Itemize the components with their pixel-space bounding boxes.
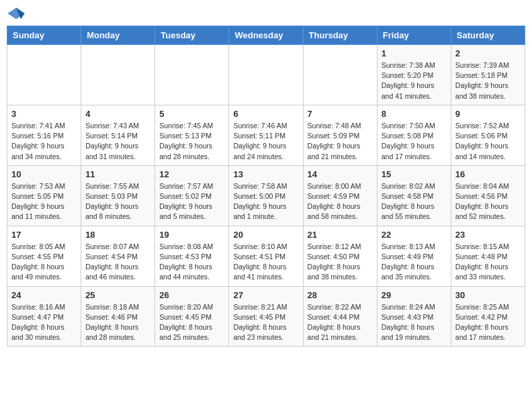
calendar-cell: 13Sunrise: 7:58 AMSunset: 5:00 PMDayligh… [229,165,303,226]
weekday-header-tuesday: Tuesday [155,26,229,45]
calendar-week-3: 17Sunrise: 8:05 AMSunset: 4:55 PMDayligh… [7,226,525,286]
calendar-cell: 2Sunrise: 7:39 AMSunset: 5:18 PMDaylight… [451,45,525,105]
logo-icon [7,7,26,20]
calendar-cell: 25Sunrise: 8:18 AMSunset: 4:46 PMDayligh… [81,286,155,347]
calendar-cell: 11Sunrise: 7:55 AMSunset: 5:03 PMDayligh… [81,165,155,226]
day-info: Sunrise: 7:57 AMSunset: 5:02 PMDaylight:… [159,181,224,222]
day-info: Sunrise: 7:38 AMSunset: 5:20 PMDaylight:… [382,60,447,101]
weekday-header-saturday: Saturday [451,26,525,45]
day-number: 6 [233,109,298,119]
day-number: 17 [11,230,77,240]
day-info: Sunrise: 8:02 AMSunset: 4:58 PMDaylight:… [382,181,447,222]
day-number: 29 [382,290,447,300]
day-number: 22 [382,230,447,240]
calendar-cell [229,45,303,105]
day-info: Sunrise: 8:18 AMSunset: 4:46 PMDaylight:… [85,302,150,343]
day-number: 18 [85,230,150,240]
calendar-cell: 19Sunrise: 8:08 AMSunset: 4:53 PMDayligh… [155,226,229,286]
weekday-header-thursday: Thursday [303,26,377,45]
day-number: 3 [11,109,77,119]
day-number: 14 [308,169,373,179]
day-info: Sunrise: 7:58 AMSunset: 5:00 PMDaylight:… [233,181,298,222]
calendar-cell: 5Sunrise: 7:45 AMSunset: 5:13 PMDaylight… [155,105,229,165]
day-info: Sunrise: 7:45 AMSunset: 5:13 PMDaylight:… [159,121,224,162]
calendar-cell: 6Sunrise: 7:46 AMSunset: 5:11 PMDaylight… [229,105,303,165]
day-number: 2 [455,48,521,58]
day-info: Sunrise: 7:41 AMSunset: 5:16 PMDaylight:… [11,121,77,162]
day-number: 16 [455,169,521,179]
calendar-cell: 4Sunrise: 7:43 AMSunset: 5:14 PMDaylight… [81,105,155,165]
day-number: 9 [455,109,521,119]
day-info: Sunrise: 8:13 AMSunset: 4:49 PMDaylight:… [382,242,447,283]
calendar-cell: 27Sunrise: 8:21 AMSunset: 4:45 PMDayligh… [229,286,303,347]
day-number: 30 [455,290,521,300]
calendar-cell: 30Sunrise: 8:25 AMSunset: 4:42 PMDayligh… [451,286,525,347]
calendar-cell: 8Sunrise: 7:50 AMSunset: 5:08 PMDaylight… [377,105,451,165]
day-info: Sunrise: 7:39 AMSunset: 5:18 PMDaylight:… [455,60,521,101]
day-info: Sunrise: 8:25 AMSunset: 4:42 PMDaylight:… [455,302,521,343]
calendar-cell [81,45,155,105]
day-number: 25 [85,290,150,300]
day-info: Sunrise: 8:21 AMSunset: 4:45 PMDaylight:… [233,302,298,343]
day-number: 8 [382,109,447,119]
day-info: Sunrise: 8:04 AMSunset: 4:56 PMDaylight:… [455,181,521,222]
day-info: Sunrise: 7:48 AMSunset: 5:09 PMDaylight:… [308,121,373,162]
calendar-cell: 26Sunrise: 8:20 AMSunset: 4:45 PMDayligh… [155,286,229,347]
calendar-cell: 1Sunrise: 7:38 AMSunset: 5:20 PMDaylight… [377,45,451,105]
calendar-table: SundayMondayTuesdayWednesdayThursdayFrid… [7,26,525,347]
calendar-cell: 20Sunrise: 8:10 AMSunset: 4:51 PMDayligh… [229,226,303,286]
day-info: Sunrise: 7:52 AMSunset: 5:06 PMDaylight:… [455,121,521,162]
calendar-cell: 15Sunrise: 8:02 AMSunset: 4:58 PMDayligh… [377,165,451,226]
calendar-cell [303,45,377,105]
day-info: Sunrise: 8:15 AMSunset: 4:48 PMDaylight:… [455,242,521,283]
day-number: 7 [308,109,373,119]
day-info: Sunrise: 8:22 AMSunset: 4:44 PMDaylight:… [308,302,373,343]
day-number: 27 [233,290,298,300]
calendar-cell: 16Sunrise: 8:04 AMSunset: 4:56 PMDayligh… [451,165,525,226]
day-number: 23 [455,230,521,240]
day-info: Sunrise: 8:00 AMSunset: 4:59 PMDaylight:… [308,181,373,222]
calendar-cell: 9Sunrise: 7:52 AMSunset: 5:06 PMDaylight… [451,105,525,165]
day-info: Sunrise: 8:10 AMSunset: 4:51 PMDaylight:… [233,242,298,283]
calendar-cell [7,45,81,105]
calendar-cell: 17Sunrise: 8:05 AMSunset: 4:55 PMDayligh… [7,226,81,286]
day-number: 19 [159,230,224,240]
calendar-cell: 22Sunrise: 8:13 AMSunset: 4:49 PMDayligh… [377,226,451,286]
day-info: Sunrise: 8:08 AMSunset: 4:53 PMDaylight:… [159,242,224,283]
day-number: 1 [382,48,447,58]
day-number: 4 [85,109,150,119]
weekday-header-sunday: Sunday [7,26,81,45]
day-number: 13 [233,169,298,179]
calendar-cell: 18Sunrise: 8:07 AMSunset: 4:54 PMDayligh… [81,226,155,286]
day-number: 12 [159,169,224,179]
day-number: 28 [308,290,373,300]
day-info: Sunrise: 8:20 AMSunset: 4:45 PMDaylight:… [159,302,224,343]
day-info: Sunrise: 7:53 AMSunset: 5:05 PMDaylight:… [11,181,77,222]
calendar-cell: 28Sunrise: 8:22 AMSunset: 4:44 PMDayligh… [303,286,377,347]
day-info: Sunrise: 7:43 AMSunset: 5:14 PMDaylight:… [85,121,150,162]
day-info: Sunrise: 8:16 AMSunset: 4:47 PMDaylight:… [11,302,77,343]
day-number: 15 [382,169,447,179]
day-number: 20 [233,230,298,240]
calendar-cell: 24Sunrise: 8:16 AMSunset: 4:47 PMDayligh… [7,286,81,347]
calendar-week-2: 10Sunrise: 7:53 AMSunset: 5:05 PMDayligh… [7,165,525,226]
calendar-cell: 21Sunrise: 8:12 AMSunset: 4:50 PMDayligh… [303,226,377,286]
header [7,7,525,20]
day-info: Sunrise: 8:12 AMSunset: 4:50 PMDaylight:… [308,242,373,283]
weekday-header-monday: Monday [81,26,155,45]
calendar-cell: 23Sunrise: 8:15 AMSunset: 4:48 PMDayligh… [451,226,525,286]
calendar-week-0: 1Sunrise: 7:38 AMSunset: 5:20 PMDaylight… [7,45,525,105]
calendar-cell: 10Sunrise: 7:53 AMSunset: 5:05 PMDayligh… [7,165,81,226]
calendar-cell [155,45,229,105]
day-number: 5 [159,109,224,119]
day-info: Sunrise: 8:05 AMSunset: 4:55 PMDaylight:… [11,242,77,283]
weekday-header-friday: Friday [377,26,451,45]
calendar-cell: 14Sunrise: 8:00 AMSunset: 4:59 PMDayligh… [303,165,377,226]
day-info: Sunrise: 7:55 AMSunset: 5:03 PMDaylight:… [85,181,150,222]
day-info: Sunrise: 7:46 AMSunset: 5:11 PMDaylight:… [233,121,298,162]
weekday-header-wednesday: Wednesday [229,26,303,45]
calendar-cell: 12Sunrise: 7:57 AMSunset: 5:02 PMDayligh… [155,165,229,226]
day-number: 26 [159,290,224,300]
calendar-cell: 3Sunrise: 7:41 AMSunset: 5:16 PMDaylight… [7,105,81,165]
calendar-cell: 7Sunrise: 7:48 AMSunset: 5:09 PMDaylight… [303,105,377,165]
